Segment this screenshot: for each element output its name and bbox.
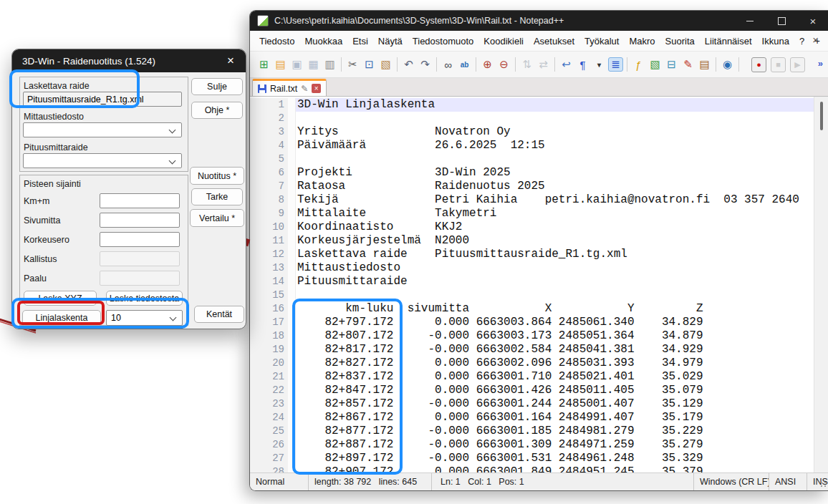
bookmark-margin[interactable]	[250, 261, 260, 275]
code-text[interactable]: 82+907.172 0.000 6663001.849 2484951.245…	[296, 465, 814, 472]
new-file-icon[interactable]: ⊞	[256, 57, 271, 72]
code-text[interactable]: Mittalaite Takymetri	[296, 207, 814, 220]
editor-line[interactable]: 23 82+857.172 -0.000 6663001.244 2485001…	[250, 397, 814, 411]
document-map-icon[interactable]: ▧	[648, 57, 663, 72]
find-icon[interactable]: ∞	[441, 57, 456, 72]
code-text[interactable]: Koordinaatisto KKJ2	[296, 220, 814, 234]
bookmark-margin[interactable]	[250, 220, 260, 234]
undo-icon[interactable]: ↶	[401, 57, 416, 72]
bookmark-margin[interactable]	[250, 357, 260, 370]
line-number[interactable]: 16	[260, 302, 288, 316]
fold-margin[interactable]	[288, 302, 296, 316]
line-number[interactable]: 3	[260, 125, 288, 139]
bookmark-margin[interactable]	[250, 180, 260, 193]
sync-horizontal-icon[interactable]: ⇄	[536, 57, 551, 72]
save-all-icon[interactable]: ▦	[306, 57, 321, 72]
bookmark-margin[interactable]	[250, 425, 260, 438]
line-number[interactable]: 19	[260, 343, 288, 357]
line-number[interactable]: 4	[260, 139, 288, 152]
menu-item-12[interactable]: ?	[794, 36, 809, 47]
vertailu-button[interactable]: Vertailu *	[190, 209, 244, 227]
editor-line[interactable]: 27 82+897.172 -0.000 6663001.531 2484961…	[250, 452, 814, 465]
paste-icon[interactable]: ▧	[378, 57, 393, 72]
dialog-close-icon[interactable]: ×	[216, 54, 246, 68]
maximize-button[interactable]	[766, 11, 797, 31]
line-number[interactable]: 10	[260, 220, 288, 234]
laske-tiedostosta-button[interactable]: Laske tiedostosta	[106, 291, 183, 306]
vertical-scrollbar[interactable]	[814, 97, 828, 472]
line-number[interactable]: 18	[260, 329, 288, 343]
line-number[interactable]: 14	[260, 275, 288, 289]
line-number[interactable]: 15	[260, 289, 288, 302]
fold-margin[interactable]	[288, 248, 296, 261]
bookmark-margin[interactable]	[250, 234, 260, 248]
title-bar[interactable]: C:\Users\petri.kaihia\Documents\3D-Syste…	[250, 11, 828, 31]
fold-margin[interactable]	[288, 275, 296, 289]
macro-play-icon[interactable]: ▶	[790, 57, 805, 72]
fold-margin[interactable]	[288, 220, 296, 234]
code-text[interactable]: Yritys Novatron Oy	[296, 125, 814, 139]
code-text[interactable]: 82+897.172 -0.000 6663001.531 2484961.24…	[296, 452, 814, 465]
editor-line[interactable]: 3Yritys Novatron Oy	[250, 125, 814, 139]
bookmark-margin[interactable]	[250, 207, 260, 220]
code-text[interactable]: Mittaustiedosto	[296, 261, 814, 275]
code-text[interactable]: Laskettava raide Pituusmittausraide_R1.t…	[296, 248, 814, 261]
symbols-dropdown-icon[interactable]: ▾	[592, 57, 607, 72]
line-number[interactable]: 25	[260, 425, 288, 438]
code-text[interactable]: 3D-Win Linjalaskenta	[296, 98, 814, 112]
bookmark-margin[interactable]	[250, 166, 260, 180]
fold-margin[interactable]	[288, 166, 296, 180]
resize-grip[interactable]	[820, 481, 827, 488]
line-number[interactable]: 17	[260, 316, 288, 329]
editor-line[interactable]: 22 82+847.172 0.000 6663001.426 2485011.…	[250, 384, 814, 397]
code-text[interactable]	[296, 112, 814, 125]
document-list-icon[interactable]: ✎	[680, 57, 695, 72]
fold-margin[interactable]	[288, 112, 296, 125]
line-number[interactable]: 7	[260, 180, 288, 193]
line-number[interactable]: 22	[260, 384, 288, 397]
fold-margin[interactable]	[288, 384, 296, 397]
korkeusero-input[interactable]	[100, 232, 180, 247]
code-text[interactable]: 82+817.172 -0.000 6663002.584 2485041.38…	[296, 343, 814, 357]
editor[interactable]: 13D-Win Linjalaskenta23Yritys Novatron O…	[250, 97, 828, 472]
code-text[interactable]: 82+857.172 -0.000 6663001.244 2485001.40…	[296, 397, 814, 411]
fold-margin[interactable]	[288, 397, 296, 411]
laskettava-raide-field[interactable]	[23, 92, 182, 107]
editor-line[interactable]: 5	[250, 152, 814, 166]
bookmark-margin[interactable]	[250, 329, 260, 343]
sulje-button[interactable]: Sulje	[191, 78, 243, 95]
fold-margin[interactable]	[288, 329, 296, 343]
line-number[interactable]: 6	[260, 166, 288, 180]
code-text[interactable]: Rataosa Raidenuotus 2025	[296, 180, 814, 193]
bookmark-margin[interactable]	[250, 193, 260, 207]
fold-margin[interactable]	[288, 261, 296, 275]
zoom-in-icon[interactable]: ⊕	[480, 57, 495, 72]
fold-margin[interactable]	[288, 152, 296, 166]
cut-icon[interactable]: ✂	[345, 57, 360, 72]
word-wrap-icon[interactable]: ↩	[559, 57, 574, 72]
bookmark-margin[interactable]	[250, 302, 260, 316]
menu-item-makro[interactable]: Makro	[624, 36, 660, 47]
minimize-button[interactable]	[734, 11, 766, 31]
status-eol-format[interactable]: Windows (CR LF)	[694, 473, 769, 490]
editor-text-area[interactable]: 13D-Win Linjalaskenta23Yritys Novatron O…	[250, 97, 814, 472]
code-text[interactable]: 82+867.172 0.000 6663001.164 2484991.407…	[296, 411, 814, 425]
code-text[interactable]: 82+847.172 0.000 6663001.426 2485011.405…	[296, 384, 814, 397]
code-text[interactable]: Pituusmittaraide	[296, 275, 814, 289]
menu-item-suorita[interactable]: Suorita	[660, 36, 700, 47]
bookmark-margin[interactable]	[250, 98, 260, 112]
code-text[interactable]: Korkeusjärjestelmä N2000	[296, 234, 814, 248]
line-number[interactable]: 23	[260, 397, 288, 411]
fold-margin[interactable]	[288, 193, 296, 207]
laske-xyz-button[interactable]: Laske XYZ	[24, 291, 97, 306]
redo-icon[interactable]: ↷	[418, 57, 433, 72]
editor-line[interactable]: 9Mittalaite Takymetri	[250, 207, 814, 220]
bookmark-margin[interactable]	[250, 370, 260, 384]
line-number[interactable]: 24	[260, 411, 288, 425]
dialog-title-bar[interactable]: 3D-Win - Raidenuotitus (1.524) ×	[12, 49, 246, 72]
fold-margin[interactable]	[288, 180, 296, 193]
tab-rail-txt[interactable]: Rail.txt ✎ ×	[252, 79, 327, 96]
editor-line[interactable]: 12Laskettava raide Pituusmittausraide_R1…	[250, 248, 814, 261]
editor-line[interactable]: 4Päivämäärä 26.6.2025 12:15	[250, 139, 814, 152]
editor-line[interactable]: 13Mittaustiedosto	[250, 261, 814, 275]
